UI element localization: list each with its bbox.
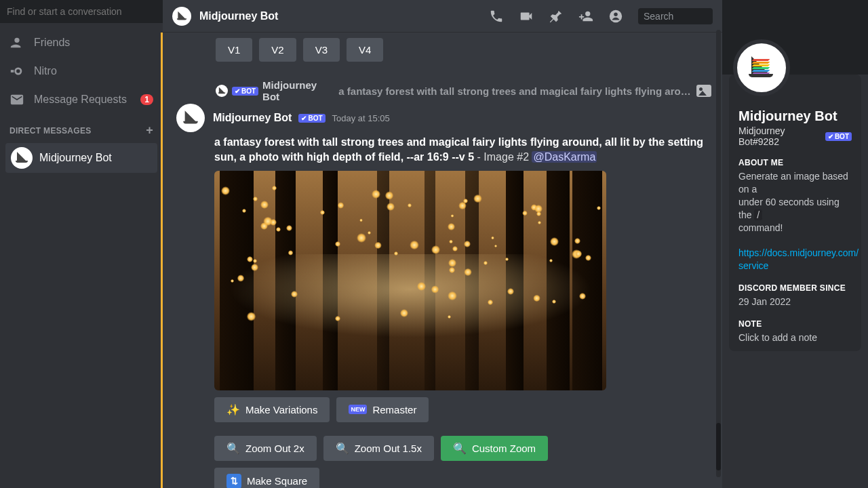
- docs-link-2[interactable]: service: [738, 260, 768, 271]
- dm-avatar: [11, 147, 33, 169]
- bot-badge: ✔ BOT: [298, 114, 325, 123]
- add-dm-icon[interactable]: +: [146, 123, 153, 138]
- message-avatar[interactable]: [176, 104, 205, 132]
- header-title: Midjourney Bot: [199, 10, 278, 22]
- reply-text: a fantasy forest with tall strong trees …: [338, 85, 692, 97]
- svg-rect-2: [11, 70, 14, 73]
- scrollbar-thumb[interactable]: [716, 423, 721, 470]
- v4-button[interactable]: V4: [347, 38, 383, 62]
- zoom-icon: 🔍: [226, 442, 240, 455]
- video-icon[interactable]: [519, 9, 534, 24]
- docs-link[interactable]: https://docs.midjourney.com/: [738, 247, 859, 258]
- make-variations-button[interactable]: ✨Make Variations: [214, 397, 330, 422]
- svg-point-1: [16, 69, 20, 73]
- dm-header: DIRECT MESSAGES: [9, 126, 92, 136]
- new-badge: NEW: [349, 405, 367, 414]
- scrollbar[interactable]: [716, 30, 721, 477]
- nitro-icon: [9, 64, 24, 79]
- zoom-out-1.5x-button[interactable]: 🔍Zoom Out 1.5x: [323, 436, 434, 461]
- message-timestamp: Today at 15:05: [332, 113, 390, 123]
- search-input[interactable]: Search: [638, 8, 713, 24]
- pin-icon[interactable]: [549, 9, 564, 24]
- requests-badge: 1: [140, 94, 153, 105]
- header-avatar: [172, 7, 191, 26]
- square-icon: ⇅: [226, 474, 241, 488]
- bot-badge: ✔ BOT: [232, 87, 258, 96]
- nitro-label: Nitro: [34, 65, 57, 77]
- profile-name: Midjourney Bot: [738, 108, 852, 124]
- reply-author: Midjourney Bot: [262, 79, 334, 102]
- message-content: a fantasy forest with tall strong trees …: [214, 135, 711, 165]
- dm-name: Midjourney Bot: [39, 152, 112, 164]
- sparkle-icon: ✨: [226, 403, 240, 416]
- find-conversation-input[interactable]: [0, 0, 163, 23]
- call-icon[interactable]: [489, 9, 504, 24]
- reply-avatar: [216, 85, 228, 97]
- variation-row: V1 V2 V3 V4: [165, 33, 722, 70]
- v3-button[interactable]: V3: [303, 38, 340, 62]
- profile-tag: Midjourney Bot#9282: [738, 125, 821, 147]
- about-text: Generate an image based on a under 60 se…: [738, 170, 852, 272]
- profile-avatar[interactable]: [733, 39, 790, 96]
- note-input[interactable]: Click to add a note: [738, 331, 852, 344]
- dm-midjourney[interactable]: Midjourney Bot: [5, 143, 157, 173]
- friends-nav[interactable]: Friends: [0, 28, 163, 57]
- friends-icon: [9, 35, 24, 50]
- custom-zoom-button[interactable]: 🔍Custom Zoom: [441, 436, 548, 461]
- zoom-icon: 🔍: [453, 442, 467, 455]
- generated-image[interactable]: [214, 171, 606, 390]
- profile-icon[interactable]: [608, 9, 623, 24]
- v1-button[interactable]: V1: [216, 38, 252, 62]
- inbox-icon: [9, 92, 24, 107]
- message-requests-label: Message Requests: [34, 94, 127, 106]
- friends-label: Friends: [34, 37, 70, 49]
- nitro-nav[interactable]: Nitro: [0, 57, 163, 85]
- v2-button[interactable]: V2: [259, 38, 296, 62]
- add-friend-icon[interactable]: [578, 9, 593, 24]
- bot-badge: ✔ BOT: [825, 132, 852, 141]
- svg-point-4: [614, 12, 618, 16]
- member-since: 29 Jan 2022: [738, 296, 852, 308]
- zoom-icon: 🔍: [336, 442, 349, 455]
- zoom-out-2x-button[interactable]: 🔍Zoom Out 2x: [214, 436, 317, 461]
- prompt-suffix: - Image #2: [474, 151, 532, 163]
- profile-banner: [722, 0, 868, 75]
- remaster-button[interactable]: NEWRemaster: [336, 397, 429, 422]
- message-requests-nav[interactable]: Message Requests 1: [0, 85, 163, 114]
- make-square-button[interactable]: ⇅Make Square: [214, 468, 319, 488]
- member-since-header: DISCORD MEMBER SINCE: [738, 283, 852, 293]
- note-header: NOTE: [738, 319, 852, 329]
- channel-header: Midjourney Bot Search: [163, 0, 722, 33]
- image-attachment-icon: [696, 85, 711, 97]
- about-header: ABOUT ME: [738, 158, 852, 167]
- user-profile-panel: Midjourney Bot Midjourney Bot#9282✔ BOT …: [722, 0, 868, 488]
- message-author[interactable]: Midjourney Bot: [213, 112, 292, 124]
- prompt-text: a fantasy forest with tall strong trees …: [214, 136, 703, 163]
- user-mention[interactable]: @DasKarma: [532, 151, 597, 163]
- reply-reference[interactable]: ✔ BOT Midjourney Bot a fantasy forest wi…: [216, 79, 711, 102]
